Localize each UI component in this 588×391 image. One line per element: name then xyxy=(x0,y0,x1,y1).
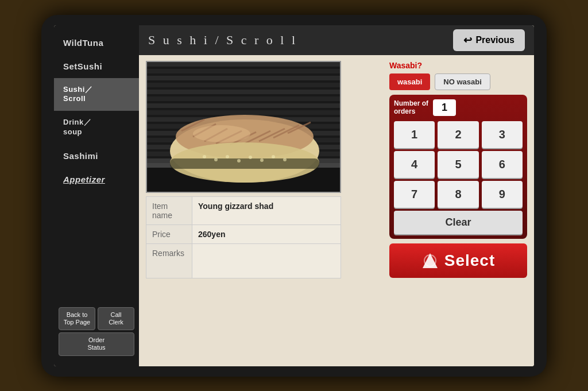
page-title: S u s h i / S c r o l l xyxy=(148,33,297,48)
svg-rect-5 xyxy=(147,90,341,94)
numpad-key-8[interactable]: 8 xyxy=(438,181,478,208)
right-panel: Wasabi? wasabi NO wasabi Number oforders… xyxy=(389,61,527,361)
order-status-button[interactable]: OrderStatus xyxy=(59,332,134,355)
call-clerk-button[interactable]: CallClerk xyxy=(98,307,134,330)
sushi-image-svg xyxy=(147,62,341,193)
svg-rect-2 xyxy=(147,69,341,73)
sidebar-bottom-row1: Back toTop Page CallClerk xyxy=(59,307,134,330)
svg-rect-30 xyxy=(170,158,319,169)
svg-rect-3 xyxy=(147,76,341,80)
previous-label: Previous xyxy=(475,35,514,45)
tablet-screen: WildTuna SetSushi Sushi／Scroll Drink／sou… xyxy=(54,25,534,366)
item-name-value: Young gizzard shad xyxy=(192,196,341,224)
sidebar-item-appetizer[interactable]: Appetizer xyxy=(54,168,139,191)
main-content: S u s h i / S c r o l l ↩ Previous xyxy=(139,25,534,366)
back-to-top-button[interactable]: Back toTop Page xyxy=(59,307,95,330)
wasabi-buttons: wasabi NO wasabi xyxy=(389,73,527,90)
svg-point-33 xyxy=(214,158,218,161)
numpad-key-5[interactable]: 5 xyxy=(438,151,478,178)
svg-point-35 xyxy=(237,159,241,162)
svg-point-31 xyxy=(193,125,250,142)
numpad-key-4[interactable]: 4 xyxy=(394,151,435,178)
item-info-table: Itemname Young gizzard shad Price 260yen… xyxy=(146,196,341,278)
svg-point-37 xyxy=(260,158,264,162)
svg-rect-7 xyxy=(147,103,341,108)
svg-point-39 xyxy=(283,158,287,161)
svg-point-38 xyxy=(272,155,275,158)
remarks-row: Remarks xyxy=(146,243,341,278)
sidebar-item-sashimi[interactable]: Sashimi xyxy=(54,144,139,168)
sidebar-bottom: Back toTop Page CallClerk OrderStatus xyxy=(54,303,139,361)
tablet-outer: WildTuna SetSushi Sushi／Scroll Drink／sou… xyxy=(41,15,547,377)
sidebar-item-wildtuna[interactable]: WildTuna xyxy=(54,31,139,55)
numpad-key-1[interactable]: 1 xyxy=(394,121,435,148)
wasabi-yes-button[interactable]: wasabi xyxy=(389,73,430,90)
numpad-header: Number oforders 1 xyxy=(394,99,523,116)
svg-rect-4 xyxy=(147,83,341,87)
body-area: Itemname Young gizzard shad Price 260yen… xyxy=(139,55,534,366)
svg-rect-6 xyxy=(147,96,341,101)
numpad-container: Number oforders 1 1 2 3 4 5 6 7 8 xyxy=(389,95,527,239)
wasabi-label: Wasabi? xyxy=(389,61,527,70)
numpad-key-7[interactable]: 7 xyxy=(394,181,435,208)
svg-point-32 xyxy=(203,155,206,158)
sidebar-item-setsushi[interactable]: SetSushi xyxy=(54,55,139,78)
food-image xyxy=(146,61,341,193)
select-button[interactable]: Select xyxy=(389,243,527,278)
price-row: Price 260yen xyxy=(146,224,341,243)
header: S u s h i / S c r o l l ↩ Previous xyxy=(139,25,534,55)
sidebar-item-sushiscroll[interactable]: Sushi／Scroll xyxy=(54,78,139,111)
numpad-key-6[interactable]: 6 xyxy=(482,151,523,178)
select-logo-icon xyxy=(421,252,439,269)
select-label: Select xyxy=(444,251,496,270)
numpad-key-3[interactable]: 3 xyxy=(482,121,523,148)
price-value: 260yen xyxy=(192,224,341,243)
wasabi-no-button[interactable]: NO wasabi xyxy=(435,73,490,90)
numpad-grid: 1 2 3 4 5 6 7 8 9 xyxy=(394,121,523,208)
sidebar: WildTuna SetSushi Sushi／Scroll Drink／sou… xyxy=(54,25,139,366)
numpad-display: 1 xyxy=(433,99,456,116)
sidebar-item-drinksoup[interactable]: Drink／soup xyxy=(54,111,139,144)
numpad-header-label: Number oforders xyxy=(394,99,428,116)
numpad-key-9[interactable]: 9 xyxy=(482,181,523,208)
svg-rect-8 xyxy=(147,110,341,115)
remarks-value[interactable] xyxy=(192,243,341,278)
svg-point-34 xyxy=(226,155,229,158)
clear-button[interactable]: Clear xyxy=(394,211,523,234)
left-panel: Itemname Young gizzard shad Price 260yen… xyxy=(146,61,381,361)
back-arrow-icon: ↩ xyxy=(463,34,472,47)
previous-button[interactable]: ↩ Previous xyxy=(453,29,525,51)
numpad-key-2[interactable]: 2 xyxy=(438,121,478,148)
svg-rect-1 xyxy=(147,62,341,67)
price-label: Price xyxy=(146,224,192,243)
remarks-label: Remarks xyxy=(146,243,192,278)
sidebar-bottom-row2: OrderStatus xyxy=(59,332,134,355)
wasabi-section: Wasabi? wasabi NO wasabi xyxy=(389,61,527,90)
item-name-label: Itemname xyxy=(146,196,192,224)
item-name-row: Itemname Young gizzard shad xyxy=(146,196,341,224)
svg-point-36 xyxy=(249,156,252,159)
